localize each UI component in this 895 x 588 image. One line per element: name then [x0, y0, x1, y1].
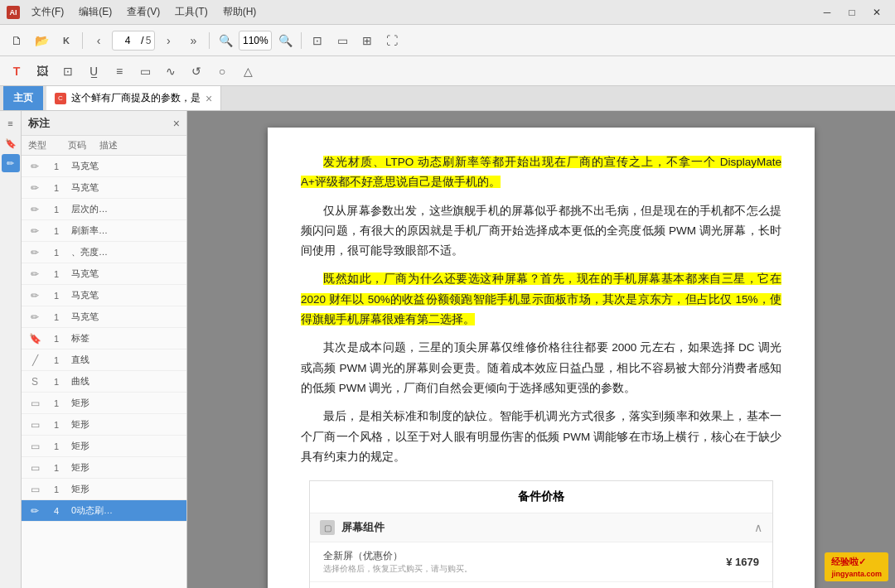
annotation-list-item[interactable]: ▭1矩形 [22, 436, 186, 457]
annotation-list-item[interactable]: ▭1矩形 [22, 393, 186, 414]
fit-width-button[interactable]: ▭ [331, 29, 354, 52]
zoom-out-button[interactable]: 🔍 [214, 29, 237, 52]
annotation-type-icon: ▭ [28, 397, 41, 410]
annotation-button[interactable]: ✏ [2, 154, 20, 172]
annotation-desc: 矩形 [71, 461, 180, 474]
annotation-page: 1 [48, 484, 65, 494]
annotation-list-item[interactable]: ▭1矩形 [22, 457, 186, 479]
annotation-list-item[interactable]: ✏1层次的… [22, 199, 186, 220]
para2: 仅从屏幕参数出发，这些旗舰手机的屏幕似乎都挑不出毛病，但是现在的手机都不怎么提频… [301, 201, 781, 262]
annotation-desc: 马克笔 [71, 267, 180, 280]
tab-home[interactable]: 主页 [3, 86, 43, 110]
annotation-list-item[interactable]: ✏1马克笔 [22, 156, 186, 177]
menu-item[interactable]: 查看(V) [120, 3, 167, 21]
pdf-page: 发光材质、LTPO 动态刷新率等都开始出现在厂商的宣传之上，不拿一个 Displ… [268, 128, 815, 588]
page-nav: / 5 [112, 31, 155, 51]
annotation-page: 1 [48, 377, 65, 387]
tab-document[interactable]: C 这个鲜有厂商提及的参数，是 × [46, 86, 221, 110]
zoom-in-button[interactable]: 🔍 [273, 29, 297, 52]
annotation-desc: 曲线 [71, 375, 180, 388]
tab-doc-icon: C [55, 93, 66, 104]
rect-tool-button[interactable]: ▭ [133, 60, 157, 83]
annotation-page: 1 [48, 161, 65, 171]
annotation-list-item[interactable]: ▭1矩形 [22, 414, 186, 436]
col-type: 类型 [28, 139, 61, 152]
bookmark-button[interactable]: 🔖 [2, 134, 20, 152]
underline-tool-button[interactable]: U̲ [82, 60, 105, 83]
para5: 最后，是相关标准和制度的缺位。智能手机调光方式很多，落实到频率和效果上，基本一个… [301, 407, 781, 467]
annotation-desc: 马克笔 [71, 311, 180, 323]
page-input[interactable] [116, 35, 139, 46]
curve-tool-button[interactable]: ∿ [159, 60, 182, 83]
annotation-list-item[interactable]: ✏1马克笔 [22, 285, 186, 306]
crop-tool-button[interactable]: ⊡ [56, 60, 80, 83]
annotation-type-icon: ✏ [28, 224, 41, 238]
zoom-input[interactable] [239, 31, 272, 51]
separator3 [301, 32, 302, 49]
annotation-list-item[interactable]: S1曲线 [22, 371, 186, 393]
circle-tool-button[interactable]: ○ [210, 60, 234, 83]
annotation-type-icon: ✏ [28, 504, 41, 518]
window-controls: ─ □ ✕ [815, 2, 888, 22]
annotation-desc: 矩形 [71, 397, 180, 409]
nav-last-button[interactable]: » [181, 29, 205, 52]
sidebar-close-button[interactable]: × [173, 117, 180, 130]
annotation-list-item[interactable]: ╱1直线 [22, 349, 186, 371]
item1-sub: 选择价格后，恢复正式购买，请与购买。 [323, 563, 726, 575]
price-box: 备件价格 ▢ 屏幕组件 ∧ 全新屏（优惠价） 选择价格后，恢复正式购买，请与购买… [309, 480, 773, 588]
main-toolbar: 🗋 📂 K ‹ / 5 › » 🔍 🔍 ⊡ ▭ ⊞ ⛶ [0, 25, 895, 56]
annotation-desc: 、亮度… [71, 246, 180, 258]
annotation-list-item[interactable]: 🔖1标签 [22, 328, 186, 349]
annotation-list-item[interactable]: ✏1刷新率… [22, 220, 186, 242]
annotation-page: 1 [48, 226, 65, 236]
annotation-toolbar: T 🖼 ⊡ U̲ ≡ ▭ ∿ ↺ ○ △ [0, 56, 895, 86]
box-title: 备件价格 [310, 481, 772, 513]
section-title: 屏幕组件 [341, 520, 754, 535]
annotation-type-icon: ▭ [28, 483, 41, 496]
tab-close-button[interactable]: × [206, 92, 212, 105]
annotation-type-icon: S [28, 375, 41, 388]
annotation-sidebar: 标注 × 类型 页码 描述 ✏1马克笔✏1马克笔✏1层次的…✏1刷新率…✏1、亮… [22, 111, 187, 588]
left-icon-strip: ≡ 🔖 ✏ [0, 111, 22, 588]
content-area[interactable]: 发光材质、LTPO 动态刷新率等都开始出现在厂商的宣传之上，不拿一个 Displ… [187, 111, 895, 588]
fullscreen-button[interactable]: ⛶ [380, 29, 404, 52]
annotation-list-item[interactable]: ▭1矩形 [22, 479, 186, 500]
toc-button[interactable]: ≡ [2, 114, 20, 133]
collapse-icon[interactable]: ∧ [754, 521, 762, 534]
menu-item[interactable]: 文件(F) [25, 3, 70, 21]
new-button[interactable]: 🗋 [5, 29, 28, 52]
annotation-list-item[interactable]: ✏1马克笔 [22, 177, 186, 199]
annotation-list: ✏1马克笔✏1马克笔✏1层次的…✏1刷新率…✏1、亮度…✏1马克笔✏1马克笔✏1… [22, 156, 186, 588]
maximize-button[interactable]: □ [840, 2, 864, 22]
separator [82, 32, 83, 49]
tab-doc-label: 这个鲜有厂商提及的参数，是 [71, 91, 201, 105]
watermark-url: jingyanta.com [831, 570, 882, 578]
pdf-content: 发光材质、LTPO 动态刷新率等都开始出现在厂商的宣传之上，不拿一个 Displ… [301, 152, 781, 467]
image-tool-button[interactable]: 🖼 [31, 60, 54, 83]
shape-tool-button[interactable]: △ [236, 60, 259, 83]
nav-prev-button[interactable]: ‹ [87, 29, 110, 52]
close-button[interactable]: ✕ [865, 2, 888, 22]
annotation-list-item[interactable]: ✏1马克笔 [22, 263, 186, 285]
annotation-list-item[interactable]: ✏40动态刷… [22, 500, 186, 522]
view-mode-button[interactable]: ⊞ [356, 29, 379, 52]
menu-item[interactable]: 工具(T) [168, 3, 214, 21]
minimize-button[interactable]: ─ [815, 2, 839, 22]
para1: 发光材质、LTPO 动态刷新率等都开始出现在厂商的宣传之上，不拿一个 Displ… [301, 152, 781, 193]
rotate-tool-button[interactable]: ↺ [185, 60, 208, 83]
annotation-type-icon: 🔖 [28, 332, 41, 345]
menu-item[interactable]: 编辑(E) [72, 3, 119, 21]
annotation-desc: 马克笔 [71, 181, 180, 194]
nav-next-button[interactable]: › [157, 29, 180, 52]
annotation-list-item[interactable]: ✏1马克笔 [22, 306, 186, 328]
annotation-desc: 矩形 [71, 483, 180, 495]
annotation-list-item[interactable]: ✏1、亮度… [22, 242, 186, 263]
text-tool-button[interactable]: T [5, 60, 28, 83]
open-button[interactable]: 📂 [30, 29, 53, 52]
menu-item[interactable]: 帮助(H) [216, 3, 264, 21]
annotation-page: 1 [48, 205, 65, 214]
page-total: 5 [146, 35, 152, 46]
fit-page-button[interactable]: ⊡ [306, 29, 329, 52]
shortcut-k[interactable]: K [55, 29, 78, 52]
format-tool-button[interactable]: ≡ [108, 60, 131, 83]
